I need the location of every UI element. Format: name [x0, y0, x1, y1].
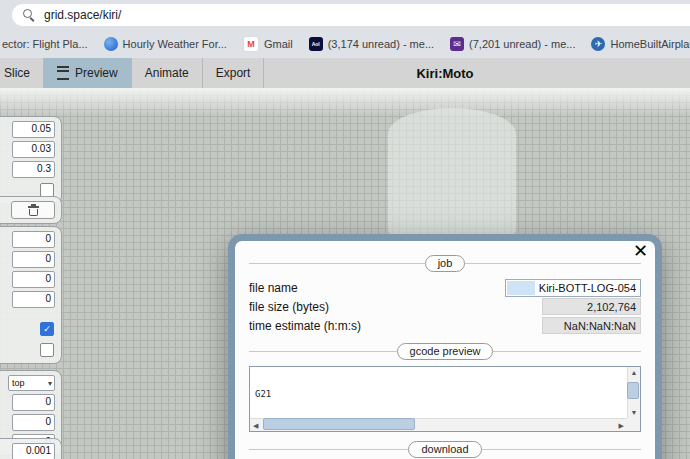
- section-label-gcode: gcode preview: [397, 343, 494, 360]
- mail-icon: ✉: [450, 37, 464, 51]
- model-preview-shape: [388, 108, 516, 238]
- select-value: top: [12, 378, 25, 388]
- url-bar[interactable]: grid.space/kiri/: [12, 4, 690, 26]
- trash-button[interactable]: [11, 201, 55, 219]
- gcode-preview-text[interactable]: G21 G90 G0 X0.0 Y0.0 F5999.9880 G0 Z0.24…: [255, 369, 624, 416]
- section-job: job: [249, 255, 641, 272]
- number-input[interactable]: 0: [12, 231, 55, 248]
- tab-animate[interactable]: Animate: [132, 58, 203, 88]
- tab-label: Animate: [145, 66, 189, 80]
- selection-highlight: [507, 281, 535, 295]
- checkbox-unchecked[interactable]: [40, 343, 54, 357]
- bookmark-label: (3,174 unread) - me...: [328, 38, 434, 50]
- file-name-value: Kiri-BOTT-LOG-054: [539, 282, 640, 294]
- number-input[interactable]: 0: [12, 291, 55, 308]
- vertical-scrollbar-thumb[interactable]: [627, 382, 639, 399]
- tab-label: Preview: [75, 66, 118, 80]
- field-label: file size (bytes): [249, 300, 329, 314]
- bookmark-label: HomeBuiltAirplanes...: [610, 38, 690, 50]
- bookmark-homebuiltairplanes[interactable]: ✈ HomeBuiltAirplanes...: [591, 37, 690, 51]
- url-text: grid.space/kiri/: [44, 8, 121, 22]
- scroll-right-icon[interactable]: ▶: [619, 422, 624, 429]
- section-gcode-preview: gcode preview: [249, 343, 641, 360]
- bookmark-label: Hourly Weather For...: [123, 38, 227, 50]
- number-input[interactable]: 0: [12, 414, 55, 431]
- gcode-line: G21: [255, 389, 624, 399]
- field-file-name: file name Kiri-BOTT-LOG-054: [249, 279, 641, 296]
- gmail-icon: M: [243, 36, 259, 52]
- horizontal-scrollbar-thumb[interactable]: [263, 418, 415, 430]
- export-job-dialog: ✕ job file name Kiri-BOTT-LOG-054 file s…: [228, 234, 662, 459]
- settings-panel-e: 0.001: [0, 438, 62, 459]
- scroll-up-icon[interactable]: ▲: [631, 369, 638, 376]
- number-input[interactable]: 0: [12, 394, 55, 411]
- bookmarks-bar: ector: Flight Pla... Hourly Weather For.…: [0, 30, 690, 59]
- airplane-icon: ✈: [591, 37, 605, 51]
- tab-label: Export: [216, 66, 251, 80]
- number-input[interactable]: 0: [12, 271, 55, 288]
- time-estimate-value: NaN:NaN:NaN: [542, 317, 641, 334]
- section-label-download: download: [408, 441, 481, 458]
- bookmark-flight-planner[interactable]: ector: Flight Pla...: [2, 38, 88, 50]
- app-toolbar: Slice Preview Animate Export Kiri:Moto: [0, 58, 690, 89]
- checkbox-checked[interactable]: [40, 322, 54, 336]
- scroll-down-icon[interactable]: ▼: [631, 409, 638, 416]
- number-input[interactable]: 0: [12, 251, 55, 268]
- number-input[interactable]: 0.03: [12, 141, 55, 158]
- checkbox-unchecked[interactable]: [40, 183, 54, 197]
- bookmark-gmail[interactable]: M Gmail: [243, 36, 293, 52]
- browser-address-row: grid.space/kiri/: [0, 0, 690, 30]
- settings-panel-b: [0, 196, 62, 224]
- tab-export[interactable]: Export: [203, 58, 265, 88]
- field-file-size: file size (bytes) 2,102,764: [249, 298, 641, 315]
- section-download: download: [249, 441, 641, 458]
- viewport-horizon: [0, 88, 690, 116]
- bookmark-label: ector: Flight Pla...: [2, 38, 88, 50]
- viewport-3d[interactable]: 0.05 0.03 0.3 0 0 0 0 top: [0, 88, 690, 459]
- tab-preview[interactable]: Preview: [44, 58, 132, 88]
- scroll-left-icon[interactable]: ◀: [253, 422, 258, 429]
- field-label: time estimate (h:m:s): [249, 319, 361, 333]
- bookmark-mail[interactable]: ✉ (7,201 unread) - me...: [450, 37, 575, 51]
- bookmark-weather[interactable]: Hourly Weather For...: [104, 37, 227, 51]
- field-time-estimate: time estimate (h:m:s) NaN:NaN:NaN: [249, 317, 641, 334]
- bookmark-aol[interactable]: Aol (3,174 unread) - me...: [309, 37, 434, 51]
- bookmark-label: (7,201 unread) - me...: [469, 38, 575, 50]
- scrollbar-corner: [627, 418, 640, 431]
- weather-icon: [104, 37, 118, 51]
- chevron-down-icon: ▾: [48, 379, 52, 388]
- app-title: Kiri:Moto: [416, 58, 473, 88]
- bookmark-label: Gmail: [264, 38, 293, 50]
- layers-icon: [57, 66, 69, 80]
- gcode-preview-box: G21 G90 G0 X0.0 Y0.0 F5999.9880 G0 Z0.24…: [249, 366, 641, 432]
- number-input[interactable]: 0.001: [12, 443, 55, 459]
- settings-panel-a: 0.05 0.03 0.3: [0, 116, 62, 204]
- number-input[interactable]: 0.05: [12, 121, 55, 138]
- number-input[interactable]: 0.3: [12, 161, 55, 178]
- tab-label: Slice: [4, 66, 30, 80]
- job-fields: file name Kiri-BOTT-LOG-054 file size (b…: [249, 279, 641, 334]
- tab-slice[interactable]: Slice: [0, 58, 44, 88]
- file-size-value: 2,102,764: [542, 298, 641, 315]
- file-name-input[interactable]: Kiri-BOTT-LOG-054: [505, 279, 641, 297]
- close-icon[interactable]: ✕: [633, 241, 648, 263]
- aol-icon: Aol: [309, 37, 323, 51]
- field-label: file name: [249, 281, 298, 295]
- settings-panel-c: 0 0 0 0: [0, 226, 62, 364]
- section-label-job: job: [425, 255, 466, 272]
- trash-icon: [28, 204, 39, 217]
- browser-window: grid.space/kiri/ ector: Flight Pla... Ho…: [0, 0, 690, 459]
- view-select[interactable]: top ▾: [8, 375, 55, 391]
- search-icon: [23, 9, 35, 21]
